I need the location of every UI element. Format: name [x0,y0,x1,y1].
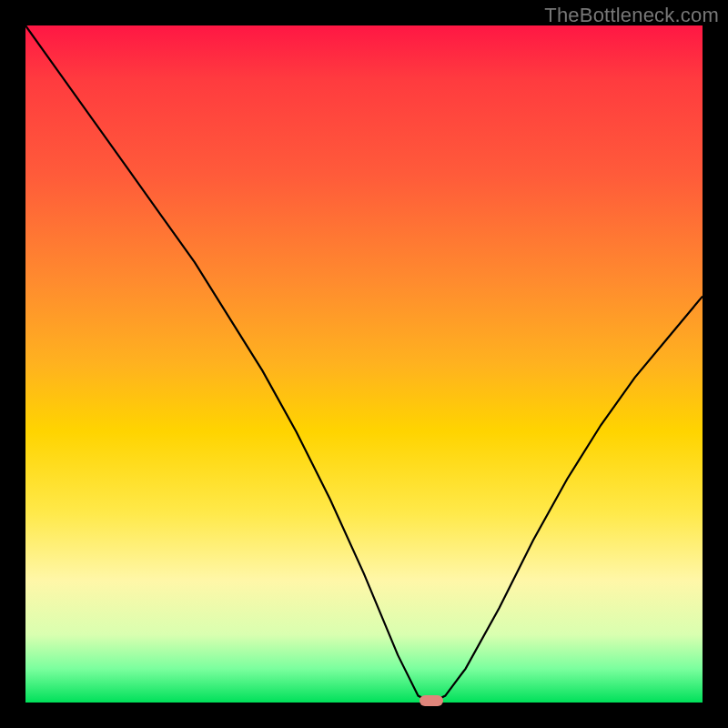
bottleneck-curve [25,25,703,703]
plot-area [25,25,703,703]
watermark-text: TheBottleneck.com [544,4,719,27]
chart-frame: TheBottleneck.com [0,0,728,728]
optimal-marker [420,695,443,706]
